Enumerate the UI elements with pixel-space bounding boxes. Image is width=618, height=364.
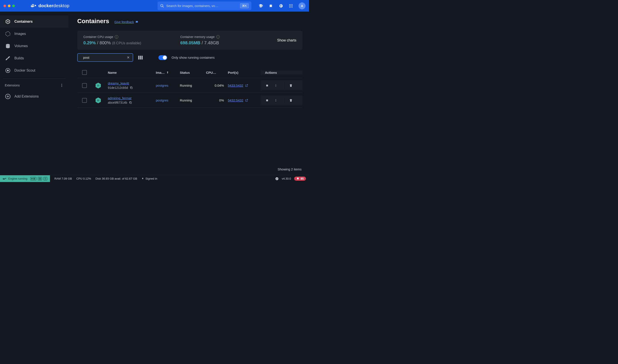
notifications-badge[interactable]: 85 [294, 177, 306, 181]
volumes-icon [5, 43, 11, 49]
copy-icon[interactable] [130, 86, 133, 89]
svg-point-32 [276, 84, 276, 85]
version-text[interactable]: v4.30.0 [282, 177, 291, 180]
sidebar-item-scout[interactable]: Docker Scout [0, 64, 68, 77]
column-ports[interactable]: Port(s) [228, 71, 260, 74]
svg-rect-4 [33, 4, 34, 5]
image-link[interactable]: postgres [156, 98, 168, 102]
sort-asc-icon [166, 71, 169, 74]
info-icon[interactable]: i [216, 35, 220, 39]
external-link-icon [245, 84, 248, 87]
sidebar-add-extensions[interactable]: Add Extensions [0, 90, 68, 103]
sidebar-item-builds[interactable]: Builds [0, 52, 68, 64]
row-checkbox[interactable] [82, 98, 87, 103]
images-icon [5, 31, 11, 37]
select-all-checkbox[interactable] [82, 70, 87, 75]
external-link-icon [245, 99, 248, 102]
avatar[interactable]: A [298, 2, 306, 9]
svg-point-18 [7, 70, 9, 71]
svg-rect-2 [33, 5, 34, 6]
table-row[interactable]: admiring_fermat abce9f67314b postgres Ru… [77, 93, 302, 108]
engine-status[interactable]: Engine running [0, 175, 50, 182]
sidebar-item-label: Volumes [14, 44, 28, 48]
copy-icon[interactable] [129, 101, 132, 104]
svg-point-39 [276, 101, 276, 101]
ram-usage: RAM 7.09 GB [54, 177, 72, 180]
close-window-button[interactable] [3, 5, 6, 7]
cpu-usage-max: 800% [100, 40, 111, 45]
status-value: Running [180, 98, 192, 102]
cpu-value: 0% [206, 98, 228, 102]
action-separator [283, 82, 283, 89]
stop-button[interactable] [265, 99, 269, 102]
global-search[interactable]: ⌘K [157, 1, 251, 10]
learn-icon[interactable] [258, 3, 263, 8]
row-checkbox[interactable] [82, 83, 87, 88]
sidebar-item-volumes[interactable]: Volumes [0, 40, 68, 52]
signed-in-status: Signed in [142, 177, 157, 180]
container-search[interactable]: ✕ [77, 53, 133, 62]
more-actions-button[interactable] [274, 99, 278, 102]
clear-search-button[interactable]: ✕ [127, 55, 130, 60]
svg-point-13 [289, 7, 290, 7]
image-link[interactable]: postgres [156, 84, 168, 87]
cpu-usage-value: 0.29% [83, 40, 96, 45]
feedback-icon [135, 21, 138, 24]
svg-point-10 [289, 5, 290, 6]
containers-table: Name Ima… Status CPU… Port(s) Actions dr… [77, 67, 302, 175]
show-charts-button[interactable]: Show charts [277, 39, 296, 42]
svg-point-33 [276, 85, 276, 86]
cpu-value: 0.04% [206, 84, 228, 87]
engine-power-button[interactable] [38, 177, 42, 181]
column-actions: Actions [260, 70, 302, 75]
svg-point-38 [276, 100, 276, 100]
search-icon [81, 56, 81, 60]
plug-icon [142, 177, 144, 180]
container-name-link[interactable]: dreamy_leavitt [108, 81, 129, 85]
sidebar-item-label: Builds [14, 56, 24, 60]
apps-icon[interactable] [288, 3, 293, 8]
svg-point-49 [45, 179, 46, 179]
svg-point-9 [292, 4, 292, 5]
sidebar-item-images[interactable]: Images [0, 28, 68, 40]
table-row[interactable]: dreamy_leavitt 91de1212cb5d postgres Run… [77, 78, 302, 93]
delete-button[interactable] [289, 99, 293, 102]
svg-point-16 [6, 44, 10, 45]
give-feedback-link[interactable]: Give feedback [114, 20, 138, 24]
column-name[interactable]: Name [108, 71, 156, 74]
engine-play-pause-button[interactable] [30, 177, 37, 181]
column-image[interactable]: Ima… [156, 71, 180, 74]
svg-point-34 [276, 86, 276, 86]
cpu-usage-label: Container CPU usage i [83, 35, 118, 39]
more-actions-button[interactable] [274, 84, 278, 87]
container-name-link[interactable]: admiring_fermat [108, 96, 131, 100]
minimize-window-button[interactable] [8, 5, 11, 7]
engine-menu-button[interactable] [43, 177, 47, 181]
only-running-toggle[interactable] [158, 55, 167, 60]
engine-status-text: Engine running [8, 177, 27, 180]
svg-rect-0 [31, 5, 32, 6]
status-bar: Engine running RAM 7.09 GB CPU 0.12% Dis… [0, 175, 309, 182]
only-running-label: Only show running containers [171, 56, 215, 59]
sidebar-item-containers[interactable]: Containers [0, 15, 68, 28]
svg-point-8 [290, 4, 291, 5]
settings-icon[interactable] [278, 3, 283, 8]
columns-toggle-button[interactable] [138, 55, 143, 60]
column-status[interactable]: Status [180, 71, 206, 74]
page-title: Containers [77, 18, 109, 25]
titlebar: dockerdesktop ⌘K A [0, 0, 309, 12]
container-search-input[interactable] [83, 56, 125, 59]
bug-icon[interactable] [268, 3, 273, 8]
column-cpu[interactable]: CPU… [206, 71, 228, 74]
fullscreen-window-button[interactable] [12, 5, 15, 7]
port-link[interactable]: 5432:5432 [228, 98, 248, 102]
stop-button[interactable] [265, 84, 269, 87]
cpu-usage: CPU 0.12% [76, 177, 91, 180]
svg-rect-36 [266, 99, 268, 101]
delete-button[interactable] [289, 84, 293, 87]
container-id: abce9f67314b [108, 101, 127, 104]
extensions-menu-button[interactable] [60, 83, 64, 87]
port-link[interactable]: 5433:5432 [228, 84, 248, 87]
info-icon[interactable]: i [115, 35, 118, 39]
global-search-input[interactable] [166, 4, 238, 8]
